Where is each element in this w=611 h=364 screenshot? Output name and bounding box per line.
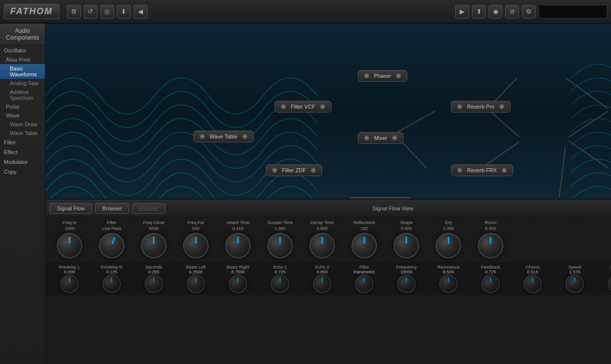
play-button[interactable]: ▶ <box>455 5 469 19</box>
knob2-resonance-control[interactable] <box>439 274 458 293</box>
block-button[interactable]: ⊘ <box>505 5 519 19</box>
back-button[interactable]: ◀ <box>134 5 147 19</box>
sidebar-item-copy[interactable]: Copy <box>0 167 45 177</box>
node-phaser-port-left <box>364 73 369 78</box>
knob2-seconds: Seconds 0.255 <box>134 265 174 293</box>
browser-button[interactable]: Browser <box>95 203 129 214</box>
knob-reflections-name: Reflections <box>353 220 376 225</box>
knob-room: Room 0.500 <box>470 220 511 259</box>
settings-button[interactable]: ⚙ <box>67 5 81 19</box>
sidebar-subsection-pulse: Pulse <box>0 102 45 111</box>
knob-filter-control[interactable] <box>95 229 128 262</box>
knob2-beats-right-val: 8.7500 <box>231 270 245 274</box>
node-mixer-port-left <box>364 136 369 140</box>
node-reverb-frx-port-left <box>457 168 462 173</box>
knob2-predelay-r-control[interactable] <box>102 274 121 293</box>
node-filter-vcf-label: Filter VCF <box>291 104 315 110</box>
expand-button[interactable]: Expand <box>132 203 165 214</box>
main-layout: Audio Components Oscillator Alias Free B… <box>0 23 611 364</box>
knob2-echo1-control[interactable] <box>271 274 289 293</box>
knob2-feedback-control[interactable] <box>481 274 500 293</box>
knob-freq-far-control[interactable] <box>183 233 209 258</box>
knob-reflections-control[interactable] <box>352 233 377 258</box>
knob2-frequency-control[interactable] <box>397 274 416 293</box>
knob2-chorus-name: Chorus <box>526 265 540 270</box>
knob2-filter-val: Parametric <box>353 270 375 274</box>
signal-flow-button[interactable]: Signal Flow <box>49 203 92 214</box>
knob-freq-far: Freq Far 500 <box>176 220 216 259</box>
node-mixer-label: Mixer <box>374 135 387 141</box>
sidebar-item-basic-waveforms[interactable]: Basic Waveforms <box>0 64 45 79</box>
redo-button[interactable]: ◎ <box>100 5 114 19</box>
top-bar: FATHOM ⚙ ↺ ◎ ⬇ ◀ ▶ ⬆ ◉ ⊘ ⚙ <box>0 0 611 23</box>
knob2-seconds-name: Seconds <box>145 265 163 270</box>
knob2-predelay-l-control[interactable] <box>60 274 79 293</box>
knob-filter-name: Filter <box>107 220 117 225</box>
knob-area: Freq In 1000 Filter Low Pass Freq Close … <box>46 217 611 364</box>
sidebar-item-wave-table[interactable]: Wave Table <box>0 129 45 137</box>
node-filter-zdf[interactable]: Filter ZDF <box>266 164 322 176</box>
sidebar-item-modulator[interactable]: Modulator <box>0 157 45 167</box>
knob2-filter-control[interactable] <box>355 274 374 293</box>
knob-shape-control[interactable] <box>394 233 419 258</box>
record-button[interactable]: ◉ <box>489 5 502 19</box>
knob2-beats-left-val: 6.2500 <box>189 270 203 274</box>
node-phaser-label: Phaser <box>374 73 391 79</box>
sidebar: Audio Components Oscillator Alias Free B… <box>0 23 46 364</box>
knob-dry-name: Dry <box>445 220 452 225</box>
knob-decay-time-value: 0.800 <box>317 226 328 231</box>
knob-dry-control[interactable] <box>436 233 461 258</box>
node-reverb-pro[interactable]: Reverb Pro <box>451 101 511 113</box>
knob-sustain-time-value: 1.000 <box>275 226 286 231</box>
knob2-beats-right-control[interactable] <box>229 274 247 293</box>
node-filter-vcf[interactable]: Filter VCF <box>275 101 331 113</box>
node-mixer[interactable]: Mixer <box>358 132 403 144</box>
knob2-beats-left-control[interactable] <box>187 274 205 293</box>
knob-dry-value: 1.000 <box>443 226 454 231</box>
node-reverb-frx[interactable]: Reverb FRX <box>451 164 513 176</box>
knob2-speed-control[interactable] <box>565 274 584 293</box>
download-button[interactable]: ⬇ <box>117 5 131 19</box>
knob-filter-value: Low Pass <box>102 226 121 231</box>
knob2-speed: Speed 1.575 <box>555 265 595 293</box>
node-wave-table[interactable]: Wave Table <box>193 131 254 142</box>
sidebar-item-filter[interactable]: Filter <box>0 137 45 147</box>
knob-room-control[interactable] <box>478 233 503 258</box>
knob2-speed-name: Speed <box>568 265 581 270</box>
knob-freq-in-control[interactable] <box>57 233 82 258</box>
knob-sustain-time-control[interactable] <box>267 233 293 258</box>
knob2-resonance-name: Resonance <box>437 265 460 270</box>
knob2-chorus-control[interactable] <box>523 274 542 293</box>
knob-row-2: Predelay L 0.000 Predelay R 0.125 Second… <box>46 262 611 295</box>
sidebar-item-additive-spectrum[interactable]: Additive Spectrum <box>0 88 45 102</box>
sidebar-item-oscillator[interactable]: Oscillator <box>0 46 45 55</box>
sidebar-item-wave-draw[interactable]: Wave Draw <box>0 120 45 129</box>
sidebar-item-analog-saw[interactable]: Analog Saw <box>0 79 45 88</box>
knob-attack-time-control[interactable] <box>225 233 251 258</box>
knob-room-name: Room <box>485 220 496 225</box>
node-reverb-frx-label: Reverb FRX <box>467 167 497 173</box>
signal-flow-view-label: Signal Flow View <box>168 205 611 211</box>
node-phaser[interactable]: Phaser <box>358 70 407 82</box>
knob2-seconds-control[interactable] <box>144 274 163 293</box>
bottom-toolbar: Signal Flow Browser Expand Signal Flow V… <box>46 200 611 217</box>
node-chorus-lcr[interactable]: Chorus LCR <box>349 197 411 200</box>
sidebar-item-effect[interactable]: Effect <box>0 147 45 157</box>
knob2-speed-val: 1.575 <box>569 270 581 274</box>
knob2-predelay-l-name: Predelay L <box>59 265 80 270</box>
knob2-beats-right-name: Beats Right <box>227 265 250 270</box>
knob-decay-time: Decay Time 0.800 <box>302 220 342 259</box>
knob-decay-time-control[interactable] <box>309 233 335 258</box>
undo-button[interactable]: ↺ <box>84 5 97 19</box>
knob2-echo2-val: 0.850 <box>317 270 328 274</box>
knob-freq-far-value: 500 <box>192 226 200 231</box>
knob2-range-control[interactable] <box>608 274 611 293</box>
knob2-echo2-control[interactable] <box>313 274 331 293</box>
settings2-button[interactable]: ⚙ <box>522 5 536 19</box>
knob2-frequency: Frequency 10000 <box>386 265 426 293</box>
upload-button[interactable]: ⬆ <box>472 5 486 19</box>
knob-freq-close-value: 5000 <box>149 226 159 231</box>
node-filter-vcf-port-left <box>281 104 286 109</box>
node-filter-vcf-port-right <box>320 104 325 109</box>
knob-freq-close-control[interactable] <box>141 233 166 258</box>
